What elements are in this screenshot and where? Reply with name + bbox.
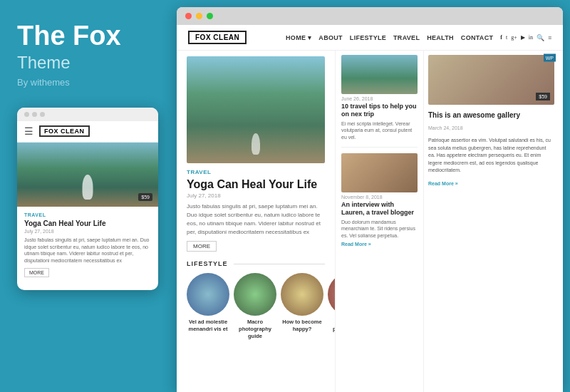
browser-chrome <box>177 7 563 25</box>
featured-person-figure <box>252 133 260 155</box>
mid-post-date-2: November 8, 2018 <box>341 195 418 200</box>
search-icon[interactable]: 🔍 <box>537 34 544 41</box>
youtube-icon[interactable]: ▶ <box>521 34 525 41</box>
browser-panel: FOX CLEAN HOME ▾ ABOUT LIFESTYLE TRAVEL … <box>177 7 563 392</box>
mobile-more-button[interactable]: MORE <box>24 268 49 277</box>
mobile-article-tag: TRAVEL <box>24 212 151 217</box>
mobile-logo: FOX CLEAN <box>39 125 90 137</box>
nav-health[interactable]: HEALTH <box>427 34 454 41</box>
mid-post-date-1: June 26, 2018 <box>341 96 418 101</box>
mobile-dot-3 <box>40 112 45 117</box>
mid-post-excerpt-1: Ei mei scripta intelleget. Verear volutp… <box>341 120 418 141</box>
nav-travel[interactable]: TRAVEL <box>393 34 420 41</box>
brand-title: The Fox <box>17 21 160 51</box>
lifestyle-title-2: Macro photography guide <box>234 319 276 339</box>
brand-subtitle: Theme <box>17 53 160 73</box>
mobile-preview: ☰ FOX CLEAN $59 TRAVEL Yoga Can Heal You… <box>17 108 158 290</box>
divider-line <box>234 264 325 264</box>
site-nav: HOME ▾ ABOUT LIFESTYLE TRAVEL HEALTH CON… <box>286 34 551 41</box>
browser-content: FOX CLEAN HOME ▾ ABOUT LIFESTYLE TRAVEL … <box>177 25 563 392</box>
hamburger-icon[interactable]: ☰ <box>24 125 33 138</box>
site-logo[interactable]: FOX CLEAN <box>188 31 247 44</box>
lifestyle-title-4: Light in photography <box>328 319 335 333</box>
list-item: Vel ad molestie menandri vis et <box>187 273 229 339</box>
list-item: Macro photography guide <box>234 273 276 339</box>
linkedin-icon[interactable]: in <box>529 34 533 41</box>
lifestyle-circle-1[interactable] <box>187 273 229 316</box>
section-label: LIFESTYLE <box>187 260 228 267</box>
mobile-post-date: July 27, 2018 <box>24 229 151 234</box>
googleplus-icon[interactable]: g+ <box>511 34 517 41</box>
lifestyle-circle-3[interactable] <box>281 273 323 316</box>
mobile-content: TRAVEL Yoga Can Heal Your Life July 27, … <box>17 207 158 283</box>
right-read-more[interactable]: Read More » <box>428 181 554 186</box>
facebook-icon[interactable]: f <box>500 34 502 41</box>
lifestyle-circle-2[interactable] <box>234 273 276 316</box>
article-excerpt: Justo fabulas singulis at pri, saepe lup… <box>187 202 325 237</box>
site-main: TRAVEL Yoga Can Heal Your Life July 27, … <box>177 51 563 392</box>
article-date: July 27, 2018 <box>187 192 325 199</box>
lifestyle-grid: Vel ad molestie menandri vis et Macro ph… <box>187 273 325 339</box>
browser-dot-maximize[interactable] <box>207 13 213 19</box>
list-item: Light in photography <box>328 273 335 339</box>
right-post-title[interactable]: This is an awesome gallery <box>428 111 554 120</box>
social-icons: f t g+ ▶ in 🔍 ≡ <box>500 34 551 41</box>
section-divider: LIFESTYLE <box>187 260 325 267</box>
center-column: TRAVEL Yoga Can Heal Your Life July 27, … <box>177 51 335 392</box>
mid-column: June 26, 2018 10 travel tips to help you… <box>335 51 424 392</box>
lifestyle-title-1: Vel ad molestie menandri vis et <box>187 319 229 333</box>
right-column: $59 WP This is an awesome gallery March … <box>424 51 563 392</box>
brand-by: By withemes <box>17 77 160 88</box>
article-title[interactable]: Yoga Can Heal Your Life <box>187 177 325 191</box>
nav-home[interactable]: HOME ▾ <box>286 34 311 41</box>
mid-post-image-1 <box>341 55 418 94</box>
nav-about[interactable]: ABOUT <box>318 34 343 41</box>
mobile-dot-2 <box>32 112 37 117</box>
browser-dot-close[interactable] <box>185 13 192 19</box>
featured-image <box>187 56 325 163</box>
mid-post-excerpt-2: Duo dolorum mandamus menarchiam te. Sit … <box>341 219 418 239</box>
mobile-hero-figure <box>83 175 93 200</box>
mobile-hero-image: $59 <box>17 143 158 207</box>
right-price-badge: $59 <box>536 93 550 100</box>
site-header: FOX CLEAN HOME ▾ ABOUT LIFESTYLE TRAVEL … <box>177 25 563 51</box>
more-button[interactable]: MORE <box>187 241 217 252</box>
nav-lifestyle[interactable]: LIFESTYLE <box>350 34 386 41</box>
mobile-price-badge: $59 <box>138 193 152 201</box>
left-panel: The Fox Theme By withemes ☰ FOX CLEAN $5… <box>0 0 177 392</box>
list-item: How to become happy? <box>281 273 323 339</box>
mobile-post-title: Yoga Can Heal Your Life <box>24 219 151 228</box>
mid-post-image-2 <box>341 153 418 192</box>
browser-dot-minimize[interactable] <box>196 13 202 19</box>
twitter-icon[interactable]: t <box>506 34 507 41</box>
mid-post-title-2[interactable]: An interview with Lauren, a travel blogg… <box>341 201 418 217</box>
right-post-excerpt: Patrioque assertior ea vim. Volutpat sal… <box>428 137 554 175</box>
lifestyle-circle-4[interactable] <box>328 273 335 316</box>
article-tag: TRAVEL <box>187 169 325 175</box>
mobile-top-bar <box>17 108 158 121</box>
mid-divider <box>341 147 418 148</box>
mobile-post-excerpt: Justo fabulas singulis at pri, saepe lup… <box>24 237 151 264</box>
mobile-nav-bar: ☰ FOX CLEAN <box>17 121 158 143</box>
wp-badge: WP <box>544 54 556 62</box>
right-post-date: March 24, 2018 <box>428 125 554 130</box>
nav-contact[interactable]: CONTACT <box>461 34 493 41</box>
lifestyle-title-3: How to become happy? <box>281 319 323 333</box>
mid-read-more-2[interactable]: Read More » <box>341 242 418 247</box>
right-top-wrapper: $59 WP <box>428 55 554 105</box>
menu-icon[interactable]: ≡ <box>548 34 551 41</box>
mobile-dot-1 <box>24 112 29 117</box>
mid-post-title-1[interactable]: 10 travel tips to help you on nex trip <box>341 103 418 118</box>
